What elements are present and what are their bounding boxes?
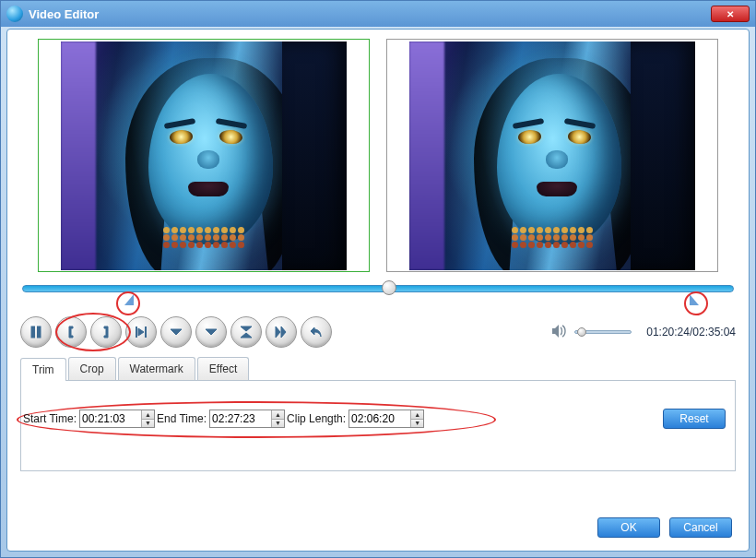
chevron-down-icon[interactable]: ▼ (142, 420, 154, 428)
tab-crop[interactable]: Crop (68, 357, 116, 380)
annotation-circle (116, 291, 140, 315)
start-time-label: Start Time: (23, 412, 77, 425)
window-title: Video Editor (29, 7, 99, 21)
next-keyframe-button[interactable] (266, 316, 297, 348)
start-time-spinner[interactable]: ▲▼ (79, 410, 155, 428)
clip-length-input[interactable] (349, 410, 410, 427)
tab-watermark[interactable]: Watermark (118, 357, 195, 380)
undo-button[interactable] (301, 316, 332, 348)
playback-timecode: 01:20:24/02:35:04 (646, 326, 736, 338)
preview-output[interactable] (386, 39, 718, 272)
trim-panel: Start Time: ▲▼ End Time: ▲▼ Clip Length:… (20, 381, 736, 471)
close-icon: ✕ (726, 9, 734, 19)
video-editor-window: Video Editor ✕ (0, 0, 756, 558)
editor-tabs: Trim Crop Watermark Effect (20, 357, 736, 381)
timeline[interactable] (20, 281, 736, 315)
pause-button[interactable] (20, 316, 52, 348)
step-forward-button[interactable] (195, 316, 227, 348)
chevron-up-icon[interactable]: ▲ (272, 410, 284, 420)
tab-effect[interactable]: Effect (197, 357, 249, 380)
start-time-input[interactable] (80, 410, 141, 427)
cancel-button[interactable]: Cancel (669, 517, 732, 538)
preview-original[interactable] (38, 39, 370, 272)
close-button[interactable]: ✕ (711, 6, 750, 22)
transport-controls: 01:20:24/02:35:04 (20, 316, 736, 348)
center-frame-button[interactable] (230, 316, 262, 348)
end-time-spinner[interactable]: ▲▼ (209, 410, 285, 428)
ok-button[interactable]: OK (597, 517, 660, 538)
annotation-circle (55, 313, 131, 351)
video-frame-original (61, 42, 347, 270)
timeline-playhead[interactable] (382, 280, 396, 295)
clip-length-spinner[interactable]: ▲▼ (348, 410, 424, 428)
reset-button[interactable]: Reset (663, 409, 726, 429)
tab-trim[interactable]: Trim (20, 358, 66, 381)
volume-icon[interactable] (550, 323, 567, 341)
chevron-up-icon[interactable]: ▲ (411, 410, 423, 420)
volume-slider[interactable] (574, 330, 632, 334)
app-icon (6, 6, 23, 22)
video-frame-output (409, 42, 695, 270)
annotation-circle (684, 291, 708, 315)
spinner-arrows[interactable]: ▲▼ (271, 410, 284, 427)
spinner-arrows[interactable]: ▲▼ (141, 410, 154, 427)
titlebar: Video Editor ✕ (1, 1, 755, 27)
chevron-down-icon[interactable]: ▼ (411, 420, 423, 428)
end-time-label: End Time: (157, 412, 207, 425)
volume-thumb[interactable] (577, 327, 586, 337)
preview-row (20, 39, 736, 272)
content-area: 01:20:24/02:35:04 Trim Crop Watermark Ef… (6, 29, 750, 552)
svg-rect-1 (38, 326, 41, 338)
step-back-button[interactable] (160, 316, 192, 348)
end-time-input[interactable] (210, 410, 271, 427)
spinner-arrows[interactable]: ▲▼ (410, 410, 423, 427)
clip-length-label: Clip Length: (287, 412, 346, 425)
volume-control: 01:20:24/02:35:04 (550, 323, 736, 341)
chevron-up-icon[interactable]: ▲ (142, 410, 154, 420)
chevron-down-icon[interactable]: ▼ (272, 420, 284, 428)
svg-rect-0 (31, 326, 35, 338)
dialog-footer: OK Cancel (597, 517, 732, 538)
